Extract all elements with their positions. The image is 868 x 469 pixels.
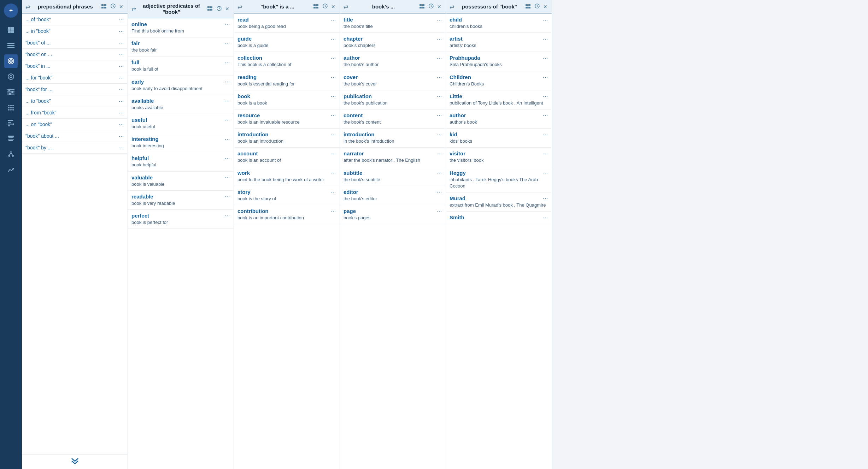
item-more-dots[interactable]: ··· xyxy=(119,87,124,92)
panel-close-icon[interactable]: ✕ xyxy=(542,3,548,10)
item-more-dots[interactable]: ··· xyxy=(225,155,230,161)
entry-title[interactable]: Smith xyxy=(450,214,464,220)
simple-item-title[interactable]: "book" of ... xyxy=(25,40,51,46)
panel-clock-icon[interactable] xyxy=(216,5,222,13)
entry-title[interactable]: interesting xyxy=(131,136,159,142)
entry-title[interactable]: editor xyxy=(344,189,358,195)
item-more-dots[interactable]: ··· xyxy=(543,195,548,201)
sidebar-target-icon[interactable] xyxy=(4,54,18,68)
item-more-dots[interactable]: ··· xyxy=(331,93,336,99)
entry-title[interactable]: cover xyxy=(344,74,358,80)
entry-title[interactable]: introduction xyxy=(344,131,374,137)
swap-icon[interactable]: ⇄ xyxy=(131,6,136,12)
entry-title[interactable]: child xyxy=(450,17,462,23)
entry-title[interactable]: book xyxy=(237,93,250,99)
sidebar-sort-icon[interactable] xyxy=(4,117,18,130)
item-more-dots[interactable]: ··· xyxy=(225,117,230,123)
item-more-dots[interactable]: ··· xyxy=(331,132,336,137)
entry-title[interactable]: introduction xyxy=(237,131,268,137)
simple-item-title[interactable]: ... for "book" xyxy=(25,75,52,81)
item-more-dots[interactable]: ··· xyxy=(543,151,548,156)
item-more-dots[interactable]: ··· xyxy=(437,74,442,80)
item-more-dots[interactable]: ··· xyxy=(119,121,124,127)
item-more-dots[interactable]: ··· xyxy=(437,132,442,137)
item-more-dots[interactable]: ··· xyxy=(331,189,336,195)
panel-grid-detail-icon[interactable] xyxy=(525,3,532,10)
entry-title[interactable]: perfect xyxy=(131,213,149,219)
item-more-dots[interactable]: ··· xyxy=(437,189,442,195)
item-more-dots[interactable]: ··· xyxy=(437,55,442,61)
item-more-dots[interactable]: ··· xyxy=(543,36,548,42)
sidebar-trend-icon[interactable] xyxy=(4,163,18,177)
panel-close-icon[interactable]: ✕ xyxy=(330,3,336,10)
item-more-dots[interactable]: ··· xyxy=(543,215,548,220)
item-more-dots[interactable]: ··· xyxy=(225,213,230,218)
simple-item-title[interactable]: "book" in ... xyxy=(25,63,51,69)
item-more-dots[interactable]: ··· xyxy=(543,112,548,118)
sidebar-grid-icon[interactable] xyxy=(4,23,18,37)
panel-clock-icon[interactable] xyxy=(322,3,328,10)
entry-title[interactable]: Children xyxy=(450,74,471,80)
entry-title[interactable]: reading xyxy=(237,74,257,80)
item-more-dots[interactable]: ··· xyxy=(225,22,230,27)
entry-title[interactable]: Murad xyxy=(450,195,465,201)
entry-title[interactable]: Heggy xyxy=(450,170,466,176)
item-more-dots[interactable]: ··· xyxy=(437,93,442,99)
item-more-dots[interactable]: ··· xyxy=(119,17,124,22)
entry-title[interactable]: early xyxy=(131,79,144,85)
entry-title[interactable]: helpful xyxy=(131,155,149,161)
entry-title[interactable]: visitor xyxy=(450,150,465,156)
app-logo[interactable]: ✦ xyxy=(4,4,18,18)
item-more-dots[interactable]: ··· xyxy=(225,174,230,180)
entry-title[interactable]: story xyxy=(237,189,251,195)
entry-title[interactable]: artist xyxy=(450,36,463,42)
swap-icon[interactable]: ⇄ xyxy=(237,3,242,10)
entry-title[interactable]: guide xyxy=(237,36,252,42)
sidebar-filter-icon[interactable] xyxy=(4,85,18,99)
sidebar-dots-grid-icon[interactable] xyxy=(4,101,18,114)
item-more-dots[interactable]: ··· xyxy=(119,40,124,46)
entry-title[interactable]: author xyxy=(450,112,466,118)
entry-title[interactable]: fair xyxy=(131,40,140,46)
sidebar-settings-icon[interactable] xyxy=(4,70,18,83)
swap-icon[interactable]: ⇄ xyxy=(344,3,348,10)
simple-item-title[interactable]: "book" by ... xyxy=(25,145,52,150)
item-more-dots[interactable]: ··· xyxy=(331,74,336,80)
item-more-dots[interactable]: ··· xyxy=(543,74,548,80)
entry-title[interactable]: Prabhupada xyxy=(450,55,480,61)
entry-title[interactable]: readable xyxy=(131,194,153,200)
entry-title[interactable]: resource xyxy=(237,112,260,118)
show-more-button[interactable] xyxy=(71,457,79,466)
entry-title[interactable]: subtitle xyxy=(344,170,362,176)
entry-title[interactable]: kid xyxy=(450,131,457,137)
item-more-dots[interactable]: ··· xyxy=(119,145,124,150)
simple-item-title[interactable]: ... of "book" xyxy=(25,17,51,22)
sidebar-text-icon[interactable] xyxy=(4,132,18,146)
item-more-dots[interactable]: ··· xyxy=(437,208,442,214)
swap-icon[interactable]: ⇄ xyxy=(450,3,454,10)
entry-title[interactable]: contribution xyxy=(237,208,268,214)
swap-icon[interactable]: ⇄ xyxy=(25,3,30,10)
item-more-dots[interactable]: ··· xyxy=(331,17,336,23)
entry-title[interactable]: available xyxy=(131,98,154,104)
entry-title[interactable]: page xyxy=(344,208,356,214)
entry-title[interactable]: read xyxy=(237,17,249,23)
simple-item-title[interactable]: "book" about ... xyxy=(25,133,59,139)
entry-title[interactable]: account xyxy=(237,150,258,156)
entry-title[interactable]: content xyxy=(344,112,363,118)
item-more-dots[interactable]: ··· xyxy=(331,55,336,61)
item-more-dots[interactable]: ··· xyxy=(119,133,124,139)
panel-clock-icon[interactable] xyxy=(428,3,434,10)
entry-title[interactable]: Little xyxy=(450,93,462,99)
entry-title[interactable]: title xyxy=(344,17,353,23)
item-more-dots[interactable]: ··· xyxy=(225,41,230,46)
item-more-dots[interactable]: ··· xyxy=(437,36,442,42)
item-more-dots[interactable]: ··· xyxy=(119,75,124,81)
item-more-dots[interactable]: ··· xyxy=(543,93,548,99)
panel-clock-icon[interactable] xyxy=(110,3,116,10)
simple-item-title[interactable]: "book" on ... xyxy=(25,52,52,57)
panel-close-icon[interactable]: ✕ xyxy=(224,5,230,12)
panel-grid-detail-icon[interactable] xyxy=(207,5,214,12)
item-more-dots[interactable]: ··· xyxy=(543,132,548,137)
item-more-dots[interactable]: ··· xyxy=(437,151,442,156)
